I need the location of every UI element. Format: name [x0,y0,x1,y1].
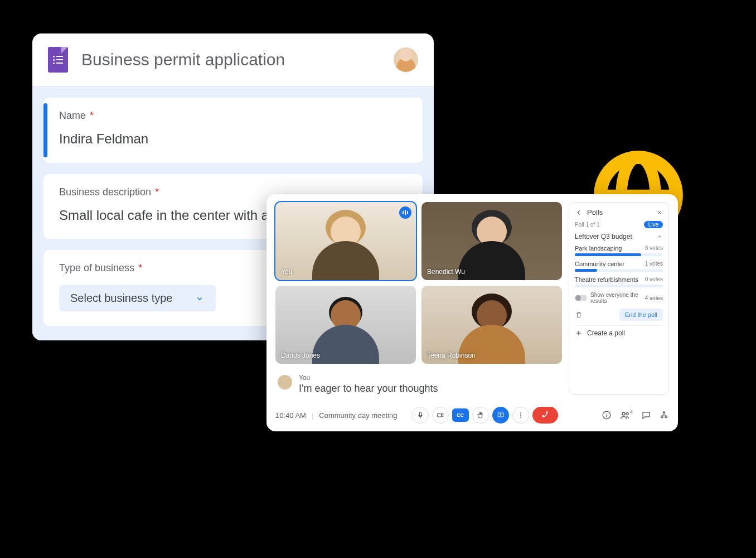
info-icon[interactable] [602,410,612,420]
question-label-text: Name [59,110,86,121]
required-asterisk: * [90,110,94,121]
name-input[interactable]: Indira Feldman [59,129,407,148]
meet-controls-bar: 10:40 AM | Community day meeting CC [275,407,669,424]
live-badge: Live [644,221,663,228]
option-votes: 3 votes [645,245,663,252]
chevron-down-icon [195,294,205,304]
video-tile-self[interactable]: You [275,202,416,280]
show-results-toggle[interactable] [575,295,587,301]
poll-option[interactable]: Park landscaping3 votes [575,245,663,256]
tile-name: Benedict Wu [427,268,465,276]
form-header: Business permit application [32,33,434,86]
caption-area: You I'm eager to hear your thoughts [275,374,562,395]
divider: | [312,411,313,420]
caption-avatar [278,375,292,389]
raise-hand-button[interactable] [472,407,489,424]
hangup-button[interactable] [532,407,558,424]
polls-panel: Polls Poll 1 of 1 Live Leftover Q3 budge… [569,202,669,395]
close-icon[interactable] [656,209,663,216]
caption-author: You [299,374,438,382]
svg-point-9 [606,413,607,414]
tile-name: Darius Jones [281,352,320,359]
svg-point-7 [520,417,521,418]
poll-question-text: Leftover Q3 budget. [575,233,634,240]
option-votes: 1 votes [645,261,663,267]
google-forms-icon [48,47,68,73]
present-button[interactable] [492,407,509,424]
option-label: Community center [575,261,624,267]
speaking-indicator-icon [399,206,411,219]
polls-title: Polls [587,208,652,217]
tile-name: Teena Robinson [427,352,476,359]
user-avatar[interactable] [394,47,418,72]
meeting-name: Community day meeting [319,411,397,420]
captions-button[interactable]: CC [452,408,469,422]
poll-option[interactable]: Theatre refurbishments0 votes [575,276,663,287]
total-votes: 4 votes [645,295,663,301]
more-options-button[interactable] [512,407,529,424]
caption-text: I'm eager to hear your thoughts [299,383,438,395]
activities-icon[interactable] [659,410,669,420]
chat-icon[interactable] [641,410,651,420]
tile-name: You [281,268,292,276]
required-asterisk: * [155,186,159,198]
question-label: Name * [59,110,407,122]
back-arrow-icon[interactable] [575,209,583,217]
select-placeholder: Select business type [70,292,172,305]
people-button[interactable]: 4 [619,410,633,421]
question-name: Name * Indira Feldman [43,98,423,163]
video-tile[interactable]: Benedict Wu [421,202,562,280]
option-label: Theatre refurbishments [575,276,638,283]
meeting-time: 10:40 AM [275,411,306,420]
create-poll-button[interactable]: Create a poll [575,325,663,337]
show-results-label: Show everyone the results [590,292,642,304]
camera-button[interactable] [432,407,449,424]
plus-icon [575,329,583,337]
question-label-text: Type of business [59,262,134,273]
poll-count: Poll 1 of 1 [575,222,599,228]
create-poll-label: Create a poll [587,329,625,337]
video-tile[interactable]: Darius Jones [275,286,416,364]
people-count: 4 [630,409,633,415]
svg-point-5 [520,413,521,414]
svg-point-6 [520,415,521,416]
poll-option[interactable]: Community center1 votes [575,261,663,272]
trash-icon[interactable] [575,311,583,319]
option-label: Park landscaping [575,245,622,252]
svg-point-10 [622,412,625,415]
question-label-text: Business description [59,186,151,198]
required-asterisk: * [138,262,142,273]
chevron-up-icon [656,233,663,240]
microphone-button[interactable] [412,407,429,424]
video-grid: You Benedict Wu Darius Jones Teena Robin… [275,202,562,364]
meet-card: You Benedict Wu Darius Jones Teena Robin… [266,194,678,431]
poll-question[interactable]: Leftover Q3 budget. [575,233,663,240]
end-poll-button[interactable]: End the poll [619,309,663,321]
business-type-select[interactable]: Select business type [59,285,216,311]
svg-point-11 [626,413,628,415]
svg-rect-3 [437,413,441,417]
option-votes: 0 votes [645,276,663,283]
form-title: Business permit application [81,50,380,69]
video-tile[interactable]: Teena Robinson [421,286,562,364]
